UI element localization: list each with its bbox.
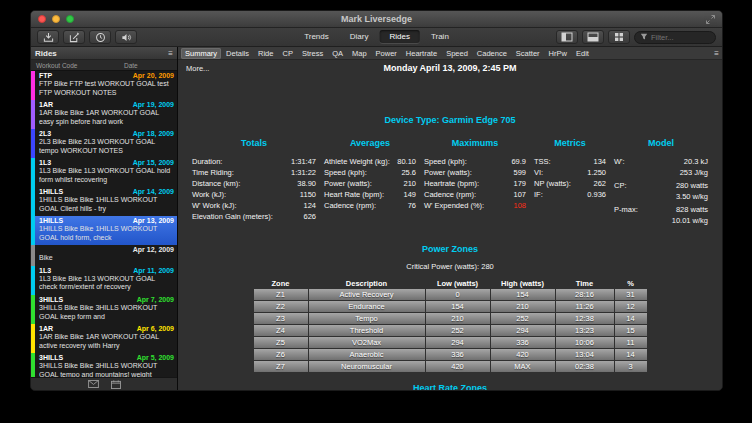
- zone-cell: 252: [491, 313, 555, 324]
- tab-edit[interactable]: Edit: [572, 48, 593, 59]
- list-item[interactable]: Apr 12, 2009Bike: [31, 245, 177, 266]
- zone-cell: Neuromuscular: [309, 361, 425, 372]
- metric-value: 210: [403, 178, 416, 189]
- metric-row: Cadence (rpm):76: [324, 200, 416, 211]
- ride-code: 1AR: [39, 325, 53, 332]
- tab-ride[interactable]: Ride: [254, 48, 277, 59]
- zone-cell: 252: [426, 325, 490, 336]
- list-item[interactable]: 1ARApr 19, 20091AR Bike Bike 1AR WORKOUT…: [31, 100, 177, 129]
- metric-label: Heart Rate (bpm):: [324, 189, 384, 200]
- sidebar-menu-icon[interactable]: ≡: [168, 49, 173, 58]
- tab-speed[interactable]: Speed: [442, 48, 472, 59]
- metric-label: Heartrate (bpm):: [424, 178, 479, 189]
- table-row: Z6Anaerobic33642013:0414: [254, 349, 647, 360]
- list-item[interactable]: 1ARApr 6, 20091AR Bike Bike 1AR WORKOUT …: [31, 324, 177, 353]
- tab-heartrate[interactable]: Heartrate: [402, 48, 441, 59]
- metric-value: 599: [513, 167, 526, 178]
- metric-label: Work (kJ):: [192, 189, 226, 200]
- metric-value: 828 watts: [676, 204, 708, 215]
- list-item[interactable]: 2L3Apr 18, 20092L3 Bike Bike 2L3 WORKOUT…: [31, 129, 177, 158]
- list-item[interactable]: 1HILLSApr 14, 20091HILLS Bike Bike 1HILL…: [31, 187, 177, 216]
- filter-field[interactable]: [634, 31, 716, 44]
- manual-entry-button[interactable]: [63, 30, 85, 44]
- tab-cp[interactable]: CP: [278, 48, 296, 59]
- metric-value: 0.936: [587, 189, 606, 200]
- zone-cell: 154: [426, 301, 490, 312]
- tab-scatter[interactable]: Scatter: [512, 48, 544, 59]
- device-heading: Device Type: Garmin Edge 705: [178, 115, 722, 125]
- list-item[interactable]: 3HILLSApr 5, 20093HILLS Bike Bike 3HILLS…: [31, 353, 177, 377]
- column-header-code[interactable]: Workout Code: [36, 62, 124, 69]
- mail-icon[interactable]: [88, 380, 99, 388]
- tab-hrpw[interactable]: HrPw: [545, 48, 571, 59]
- interval-button[interactable]: [89, 30, 111, 44]
- toolbar-tab-train[interactable]: Train: [421, 30, 459, 43]
- toolbar-tab-trends[interactable]: Trends: [294, 30, 339, 43]
- speaker-icon: [121, 32, 132, 43]
- toolbar-tab-diary[interactable]: Diary: [340, 30, 379, 43]
- zone-cell: Z3: [254, 313, 308, 324]
- calendar-icon[interactable]: [111, 380, 121, 389]
- metric-label: CP:: [614, 180, 627, 191]
- metric-row: P-max:828 watts: [614, 204, 708, 215]
- section-heading: Model: [614, 138, 708, 148]
- tab-cadence[interactable]: Cadence: [473, 48, 511, 59]
- metric-label: IF:: [534, 189, 543, 200]
- summary-column-totals: TotalsDuration:1:31:47Time Riding:1:31:2…: [192, 138, 316, 228]
- section-heading: Averages: [324, 138, 416, 148]
- list-item[interactable]: FTPApr 20, 2009FTP Bike FTP test WORKOUT…: [31, 71, 177, 100]
- list-item[interactable]: 1HILLSApr 13, 20091HILLS Bike Bike 1HILL…: [31, 216, 177, 245]
- filter-input[interactable]: [651, 33, 709, 42]
- tab-summary[interactable]: Summary: [181, 48, 221, 59]
- zone-cell: 420: [491, 349, 555, 360]
- ride-code: 2L3: [39, 130, 51, 137]
- tab-power[interactable]: Power: [372, 48, 401, 59]
- zone-cell: 10:06: [556, 337, 614, 348]
- tab-stress[interactable]: Stress: [298, 48, 327, 59]
- ride-code: 1L3: [39, 267, 51, 274]
- column-header-date[interactable]: Date: [124, 62, 172, 69]
- toggle-lowbar-button[interactable]: [582, 30, 604, 44]
- list-item[interactable]: 1L3Apr 11, 20091L3 Bike Bike 1L3 WORKOUT…: [31, 266, 177, 295]
- toggle-sidebar-button[interactable]: [556, 30, 578, 44]
- funnel-icon: [640, 33, 648, 41]
- toolbar-tab-rides[interactable]: Rides: [379, 30, 419, 43]
- tab-map[interactable]: Map: [348, 48, 371, 59]
- fullscreen-icon[interactable]: [705, 14, 716, 25]
- audio-button[interactable]: [115, 30, 137, 44]
- ride-code: 3HILLS: [39, 354, 63, 361]
- titlebar[interactable]: Mark Liversedge: [31, 11, 722, 28]
- tiled-view-button[interactable]: [608, 30, 630, 44]
- ride-notes: 2L3 Bike Bike 2L3 WORKOUT GOAL tempo WOR…: [39, 138, 174, 155]
- ride-code: 3HILLS: [39, 296, 63, 303]
- sidebar-title: Rides: [35, 49, 57, 58]
- tab-details[interactable]: Details: [222, 48, 253, 59]
- zones-column-header: Zone: [254, 278, 308, 288]
- metric-value: 1:31:47: [291, 156, 316, 167]
- section-heading: Metrics: [534, 138, 606, 148]
- tab-qa[interactable]: QA: [328, 48, 347, 59]
- zone-cell: Z1: [254, 289, 308, 300]
- metric-label: Duration:: [192, 156, 222, 167]
- metric-row: Heartrate (bpm):179: [424, 178, 526, 189]
- list-item[interactable]: 3HILLSApr 7, 20093HILLS Bike Bike 3HILLS…: [31, 295, 177, 324]
- list-item[interactable]: 1L3Apr 15, 20091L3 Bike Bike 1L3 WORKOUT…: [31, 158, 177, 187]
- zone-cell: 14: [615, 349, 647, 360]
- metric-value: 134: [593, 156, 606, 167]
- more-link[interactable]: More...: [186, 64, 209, 73]
- ride-notes: 1L3 Bike Bike 1L3 WORKOUT GOAL hold form…: [39, 167, 174, 184]
- metric-label: Time Riding:: [192, 167, 234, 178]
- metric-label: NP (watts):: [534, 178, 571, 189]
- metric-value: 80.10: [397, 156, 416, 167]
- metric-row: CP:280 watts: [614, 180, 708, 191]
- import-ride-button[interactable]: [37, 30, 59, 44]
- metric-value: 1:31:22: [291, 167, 316, 178]
- zone-cell: 02:38: [556, 361, 614, 372]
- metric-row: Power (watts):210: [324, 178, 416, 189]
- zones-column-header: %: [615, 278, 647, 288]
- list-column-headers: Workout Code Date: [31, 60, 177, 71]
- table-row: Z4Threshold25229413:2315: [254, 325, 647, 336]
- table-row: Z7Neuromuscular420MAX02:383: [254, 361, 647, 372]
- metric-label: W':: [614, 156, 625, 167]
- tabbar-menu-icon[interactable]: ≡: [714, 49, 719, 58]
